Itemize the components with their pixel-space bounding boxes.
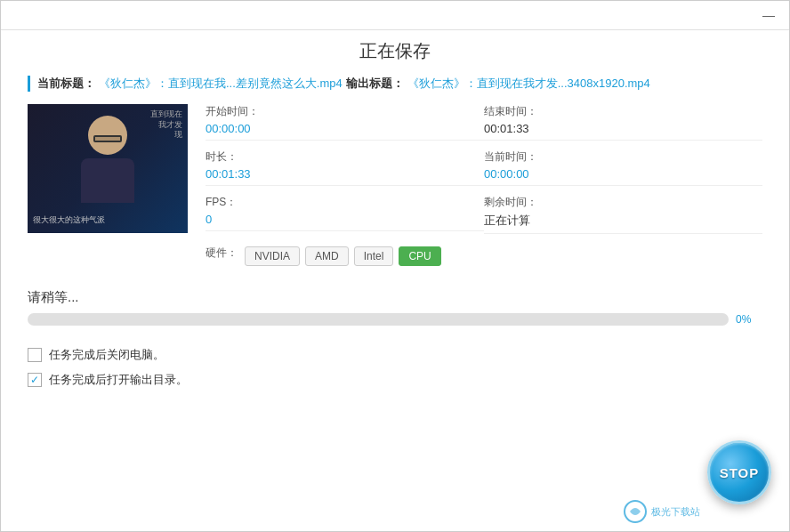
thumbnail-bottom-text: 很大很大的这种气派 bbox=[33, 214, 105, 226]
end-time-cell: 结束时间： 00:01:33 bbox=[484, 104, 762, 149]
main-content: 正在保存 当前标题： 《狄仁杰》：直到现在我...差别竟然这么大.mp4 输出标… bbox=[1, 30, 789, 531]
thumbnail-label: 直到现在 我才发 现 bbox=[150, 109, 182, 141]
duration-value: 00:01:33 bbox=[206, 167, 484, 186]
duration-label: 时长： bbox=[206, 149, 484, 165]
stop-button-label: STOP bbox=[720, 465, 760, 480]
info-grid: 开始时间： 00:00:00 结束时间： 00:01:33 时长： 00:01:… bbox=[206, 104, 762, 275]
checkbox-label-0: 任务完成后关闭电脑。 bbox=[49, 347, 165, 363]
start-time-cell: 开始时间： 00:00:00 bbox=[206, 104, 484, 149]
stop-button[interactable]: STOP bbox=[707, 440, 771, 504]
watermark-icon bbox=[623, 499, 648, 524]
wait-text: 请稍等... bbox=[28, 289, 762, 306]
fps-value: 0 bbox=[206, 213, 484, 231]
hardware-btn-nvidia[interactable]: NVIDIA bbox=[245, 246, 300, 266]
end-time-label: 结束时间： bbox=[484, 104, 762, 119]
checkbox-0[interactable] bbox=[28, 348, 42, 362]
current-title-value[interactable]: 《狄仁杰》：直到现在我...差别竟然这么大.mp4 bbox=[99, 76, 343, 92]
watermark: 极光下载站 bbox=[623, 499, 700, 524]
checkbox-row-0: 任务完成后关闭电脑。 bbox=[28, 347, 762, 363]
remaining-cell: 剩余时间： 正在计算 bbox=[484, 195, 762, 243]
person-head bbox=[88, 116, 127, 155]
hardware-buttons: NVIDIAAMDIntelCPU bbox=[245, 246, 441, 266]
hardware-btn-intel[interactable]: Intel bbox=[354, 246, 394, 266]
checkbox-row-1: 任务完成后打开输出目录。 bbox=[28, 372, 762, 388]
end-time-value: 00:01:33 bbox=[484, 122, 762, 141]
video-thumbnail: 直到现在 我才发 现 很大很大的这种气派 bbox=[28, 104, 188, 233]
watermark-text-label: 极光下载站 bbox=[651, 505, 700, 519]
current-title-label: 当前标题： bbox=[37, 76, 95, 92]
progress-row: 0% bbox=[28, 313, 762, 326]
stop-button-container: STOP bbox=[707, 440, 771, 504]
output-title-value[interactable]: 《狄仁杰》：直到现在我才发...3408x1920.mp4 bbox=[407, 76, 650, 92]
checkbox-section: 任务完成后关闭电脑。任务完成后打开输出目录。 bbox=[28, 347, 762, 388]
minimize-button[interactable]: — bbox=[759, 8, 778, 22]
fps-label: FPS： bbox=[206, 195, 484, 210]
hardware-btn-amd[interactable]: AMD bbox=[305, 246, 349, 266]
progress-percent: 0% bbox=[736, 313, 762, 326]
start-time-value: 00:00:00 bbox=[206, 122, 484, 141]
checkbox-1[interactable] bbox=[28, 373, 42, 387]
remaining-label: 剩余时间： bbox=[484, 195, 762, 210]
start-time-label: 开始时间： bbox=[206, 104, 484, 119]
person-body bbox=[81, 158, 134, 203]
output-title-label: 输出标题： bbox=[346, 76, 404, 92]
hardware-label: 硬件： bbox=[206, 246, 238, 261]
remaining-value: 正在计算 bbox=[484, 213, 762, 234]
progress-bar-container bbox=[28, 313, 729, 326]
main-window: — 正在保存 当前标题： 《狄仁杰》：直到现在我...差别竟然这么大.mp4 输… bbox=[0, 0, 790, 532]
hardware-btn-cpu[interactable]: CPU bbox=[399, 246, 440, 266]
fps-cell: FPS： 0 bbox=[206, 195, 484, 243]
main-area: 直到现在 我才发 现 很大很大的这种气派 开始时间： 00:00:00 结束时间… bbox=[28, 104, 762, 275]
current-time-value: 00:00:00 bbox=[484, 167, 762, 186]
title-bar: — bbox=[1, 1, 789, 30]
title-row: 当前标题： 《狄仁杰》：直到现在我...差别竟然这么大.mp4 输出标题： 《狄… bbox=[28, 76, 762, 92]
duration-cell: 时长： 00:01:33 bbox=[206, 149, 484, 195]
wait-section: 请稍等... 0% bbox=[28, 289, 762, 326]
page-title: 正在保存 bbox=[28, 39, 762, 63]
current-time-label: 当前时间： bbox=[484, 149, 762, 165]
person-glasses bbox=[93, 135, 122, 142]
hardware-cell: 硬件： NVIDIAAMDIntelCPU bbox=[206, 243, 762, 275]
current-time-cell: 当前时间： 00:00:00 bbox=[484, 149, 762, 195]
thumbnail-person bbox=[63, 116, 152, 222]
checkbox-label-1: 任务完成后打开输出目录。 bbox=[49, 372, 188, 388]
